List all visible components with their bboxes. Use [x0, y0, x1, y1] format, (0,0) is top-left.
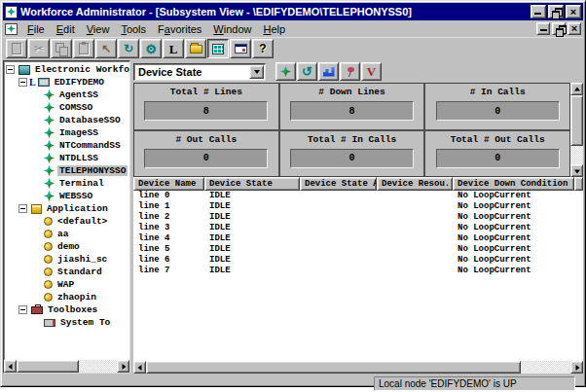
- chevron-down-icon[interactable]: [249, 65, 264, 79]
- table-horizontal-scrollbar[interactable]: [133, 361, 583, 374]
- tree-item-label: WAP: [55, 279, 76, 290]
- mdi-close-button[interactable]: ×: [568, 22, 581, 35]
- tree-item[interactable]: WEBSSO: [6, 190, 129, 202]
- view-toolbar-button[interactable]: V: [361, 62, 382, 81]
- column-header-device-down-condition[interactable]: Device Down Condition: [453, 177, 574, 191]
- table-row[interactable]: line 0 IDLE No LoopCurrent: [133, 191, 583, 201]
- table-row[interactable]: line 7 IDLE No LoopCurrent: [133, 266, 583, 276]
- table-row[interactable]: line 3 IDLE No LoopCurrent: [133, 223, 583, 233]
- menu-item[interactable]: View: [81, 22, 116, 36]
- mdi-restore-button[interactable]: [552, 22, 566, 35]
- table-row[interactable]: line 1 IDLE No LoopCurrent: [133, 201, 583, 212]
- cell-device-state: IDLE: [204, 233, 300, 244]
- tree-expander[interactable]: [18, 305, 27, 314]
- tree-item[interactable]: NTCommandSS: [6, 139, 129, 152]
- scroll-thumb[interactable]: [146, 361, 521, 374]
- close-button[interactable]: ×: [566, 5, 581, 18]
- scroll-track[interactable]: [570, 146, 583, 164]
- tree-item[interactable]: <default>: [6, 215, 129, 228]
- toolbar-button[interactable]: L: [163, 39, 184, 58]
- toolbar-button[interactable]: [230, 39, 251, 58]
- restore-button[interactable]: [548, 5, 564, 18]
- toolbar-button[interactable]: ✂: [28, 39, 50, 58]
- tree-item-icon: [44, 217, 53, 226]
- cell-device-resource: [377, 266, 453, 276]
- toolbar-button[interactable]: ?: [252, 39, 274, 58]
- scroll-left-button[interactable]: [4, 360, 17, 373]
- toolbar-button[interactable]: [207, 39, 229, 58]
- tree-item[interactable]: L EDIFYDEMO: [6, 76, 129, 89]
- tree-item[interactable]: Application: [6, 202, 129, 215]
- tree-item[interactable]: zhaopin: [6, 291, 129, 303]
- cell-device-down-condition: No LoopCurrent: [453, 201, 574, 212]
- tree-item[interactable]: jiashi_sc: [6, 253, 129, 266]
- menu-item[interactable]: Window: [207, 22, 257, 36]
- cell-partial: [574, 255, 583, 266]
- tree-item-icon: [44, 280, 53, 289]
- tree-expander[interactable]: [18, 204, 27, 213]
- view-select[interactable]: Device State: [133, 63, 266, 81]
- table-row[interactable]: line 5 IDLE No LoopCurrent: [133, 244, 583, 255]
- menu-item[interactable]: Edit: [51, 22, 81, 36]
- toolbar-button[interactable]: [185, 39, 206, 58]
- tree-item[interactable]: AgentSS: [6, 89, 129, 101]
- stat-panel: # In Calls 0: [425, 84, 569, 129]
- tree-item[interactable]: Toolboxes: [6, 303, 129, 316]
- scroll-down-button[interactable]: [570, 164, 583, 177]
- table-row[interactable]: line 2 IDLE No LoopCurrent: [133, 212, 583, 223]
- menu-item[interactable]: File: [21, 22, 51, 36]
- view-toolbar-button[interactable]: [340, 62, 360, 81]
- tree-item[interactable]: WAP: [6, 278, 129, 291]
- table-row[interactable]: line 6 IDLE No LoopCurrent: [133, 255, 583, 266]
- tree-item[interactable]: Terminal: [6, 177, 129, 190]
- scroll-thumb[interactable]: [570, 95, 583, 146]
- menu-label-rest: dit: [63, 23, 75, 35]
- table-row[interactable]: line 4 IDLE No LoopCurrent: [133, 233, 583, 244]
- menu-item[interactable]: Favorites: [152, 22, 207, 36]
- mdi-minimize-button[interactable]: [536, 22, 550, 35]
- tree-expander[interactable]: [6, 65, 15, 74]
- tree-item[interactable]: DatabaseSSO: [6, 114, 129, 126]
- scroll-thumb[interactable]: [17, 360, 79, 373]
- tree-item-icon: [44, 140, 55, 151]
- tree-item[interactable]: demo: [6, 240, 129, 253]
- scroll-right-button[interactable]: [117, 360, 129, 373]
- menu-item[interactable]: Tools: [115, 22, 152, 36]
- column-header-device-state-a[interactable]: Device State A...: [300, 177, 377, 191]
- tree-item[interactable]: Standard: [6, 266, 129, 278]
- tree-item[interactable]: ImageSS: [6, 126, 129, 139]
- tree-expander[interactable]: [18, 78, 27, 87]
- column-header-device-resource[interactable]: Device Resou...: [377, 177, 453, 191]
- column-header-device-name[interactable]: Device Name: [133, 177, 204, 191]
- column-header-device-state[interactable]: Device State: [204, 177, 300, 191]
- minimize-button[interactable]: [531, 5, 546, 18]
- toolbar-button[interactable]: ↻: [118, 39, 139, 58]
- toolbar-button[interactable]: [73, 39, 94, 58]
- toolbar-button[interactable]: [51, 39, 72, 58]
- cell-device-resource: [377, 233, 453, 244]
- view-toolbar-button[interactable]: [275, 62, 296, 81]
- tree-item[interactable]: TELEPHONYSSO: [6, 164, 129, 177]
- tree-item[interactable]: Electronic Workfor: [6, 63, 129, 76]
- scroll-left-button[interactable]: [133, 361, 146, 374]
- cell-device-state: IDLE: [204, 191, 300, 201]
- column-header-partial[interactable]: [574, 177, 583, 191]
- tree-horizontal-scrollbar[interactable]: [4, 360, 129, 373]
- stat-panel: Total # Lines 8: [134, 84, 278, 129]
- scroll-right-button[interactable]: [570, 361, 583, 374]
- view-toolbar-button[interactable]: [318, 62, 339, 81]
- tree-item[interactable]: aa: [6, 228, 129, 240]
- scroll-track[interactable]: [521, 361, 570, 374]
- toolbar-button[interactable]: [6, 39, 27, 58]
- view-toolbar-button[interactable]: ↺: [297, 62, 317, 81]
- scroll-up-button[interactable]: [570, 83, 583, 95]
- toolbar-button[interactable]: ↖: [95, 39, 117, 58]
- menu-item[interactable]: Help: [257, 22, 291, 36]
- scroll-track[interactable]: [79, 360, 117, 373]
- tree-item[interactable]: COMSSO: [6, 101, 129, 114]
- mdi-child-icon[interactable]: [5, 23, 18, 35]
- tree-item[interactable]: System To: [6, 316, 129, 329]
- toolbar-button[interactable]: ⚙: [140, 39, 162, 58]
- stats-vertical-scrollbar[interactable]: [570, 83, 583, 177]
- tree-item[interactable]: NTDLLSS: [6, 152, 129, 164]
